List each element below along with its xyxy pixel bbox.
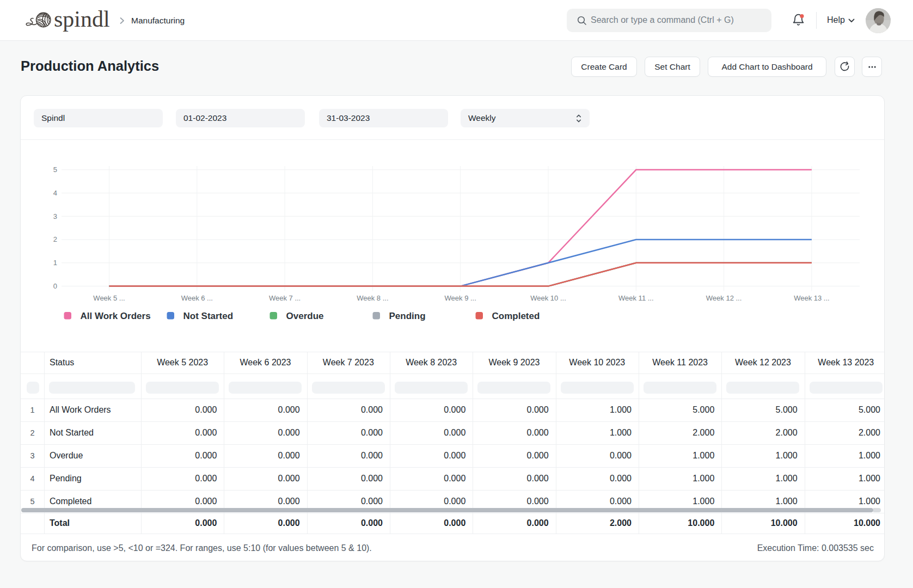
- svg-text:3: 3: [53, 212, 57, 220]
- svg-text:Not Started: Not Started: [183, 311, 234, 321]
- svg-text:0: 0: [53, 282, 57, 290]
- svg-text:Week 10 ...: Week 10 ...: [530, 294, 566, 302]
- svg-text:Week 12 ...: Week 12 ...: [706, 294, 742, 302]
- svg-text:Week 11 ...: Week 11 ...: [618, 294, 654, 302]
- svg-text:All Work Orders: All Work Orders: [81, 311, 151, 321]
- svg-text:5: 5: [53, 166, 57, 174]
- svg-text:Week 6 ...: Week 6 ...: [181, 294, 213, 302]
- svg-text:2: 2: [53, 235, 57, 243]
- svg-text:1: 1: [53, 259, 57, 267]
- svg-text:Week 8 ...: Week 8 ...: [357, 294, 388, 302]
- svg-text:Week 5 ...: Week 5 ...: [93, 294, 125, 302]
- svg-text:Week 7 ...: Week 7 ...: [269, 294, 301, 302]
- svg-text:4: 4: [53, 189, 57, 197]
- svg-text:Completed: Completed: [492, 311, 540, 321]
- svg-text:Week 9 ...: Week 9 ...: [445, 294, 476, 302]
- svg-text:Overdue: Overdue: [286, 311, 324, 321]
- svg-text:Pending: Pending: [389, 311, 426, 321]
- svg-text:Week 13 ...: Week 13 ...: [794, 294, 830, 302]
